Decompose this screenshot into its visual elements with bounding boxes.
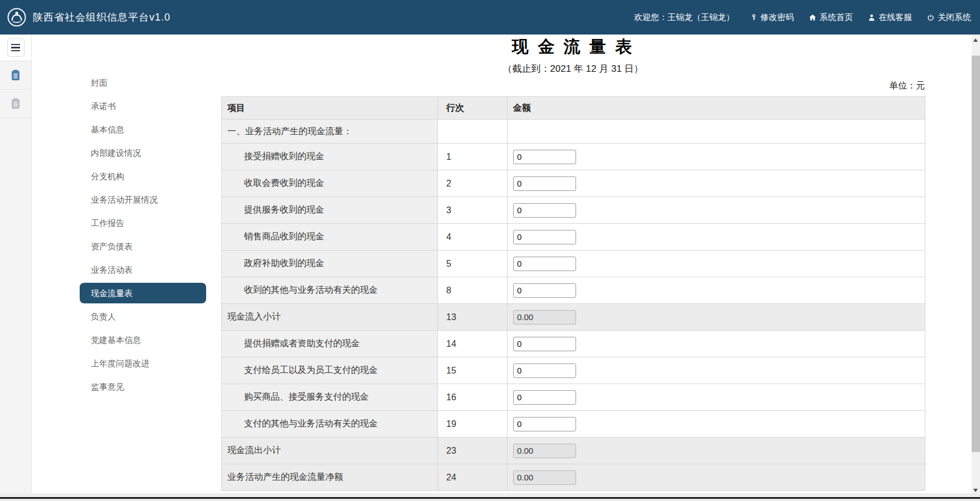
amount-input[interactable] <box>513 417 576 431</box>
line-number-cell: 16 <box>438 384 508 411</box>
item-cell: 支付的其他与业务活动有关的现金 <box>222 411 438 438</box>
amount-input-readonly <box>513 310 576 325</box>
amount-cell <box>508 170 925 197</box>
table-row: 购买商品、接受服务支付的现金16 <box>222 384 925 411</box>
close-system-link[interactable]: 关闭系统 <box>927 12 971 23</box>
amount-cell <box>508 224 925 250</box>
icon-rail <box>0 35 32 493</box>
amount-input[interactable] <box>513 150 576 164</box>
amount-cell <box>508 144 925 170</box>
online-service-link[interactable]: 在线客服 <box>867 12 912 23</box>
line-number-cell: 23 <box>438 438 508 464</box>
cashflow-table-body: 一、业务活动产生的现金流量：接受捐赠收到的现金1收取会费收到的现金2提供服务收到… <box>222 120 925 491</box>
item-cell: 支付给员工以及为员工支付的现金 <box>222 357 438 384</box>
amount-input[interactable] <box>513 230 576 244</box>
item-cell: 购买商品、接受服务支付的现金 <box>222 384 438 411</box>
table-row: 销售商品收到的现金4 <box>222 224 925 250</box>
brand: 陕西省社会组织信息平台v1.0 <box>7 7 170 27</box>
table-row: 接受捐赠收到的现金1 <box>222 144 925 170</box>
line-number-cell: 2 <box>438 170 508 197</box>
amount-input[interactable] <box>513 176 576 191</box>
amount-input[interactable] <box>513 283 576 298</box>
sidebar-item-cover[interactable]: 封面 <box>80 72 206 93</box>
scroll-down-arrow[interactable] <box>973 489 978 492</box>
sidebar-item-work-report[interactable]: 工作报告 <box>80 213 206 233</box>
sidebar-item-party-building-info[interactable]: 党建基本信息 <box>80 330 206 350</box>
item-cell: 接受捐赠收到的现金 <box>222 144 438 170</box>
key-icon <box>750 13 758 22</box>
item-cell: 现金流入小计 <box>222 304 438 331</box>
report-date-subtitle: （截止到：2021 年 12 月 31 日） <box>221 62 925 75</box>
sidebar-item-basic-info[interactable]: 基本信息 <box>80 119 206 140</box>
table-row: 一、业务活动产生的现金流量： <box>222 120 925 144</box>
item-cell: 收到的其他与业务活动有关的现金 <box>222 277 438 304</box>
rail-report-tab[interactable] <box>0 90 31 118</box>
change-password-link[interactable]: 修改密码 <box>750 12 794 23</box>
vertical-scrollbar[interactable] <box>972 35 980 501</box>
sidebar-item-branch-organizations[interactable]: 分支机构 <box>80 166 206 186</box>
sidebar-item-cash-flow-statement[interactable]: 现金流量表 <box>80 283 206 303</box>
line-number-cell: 8 <box>438 277 508 304</box>
line-number-cell: 15 <box>438 357 508 384</box>
amount-cell <box>508 357 925 384</box>
collapse-menu-button[interactable] <box>7 38 25 57</box>
amount-input-readonly <box>513 470 576 485</box>
sidebar-item-supervisor-opinion[interactable]: 监事意见 <box>80 376 206 397</box>
item-cell: 政府补助收到的现金 <box>222 250 438 277</box>
amount-input-readonly <box>513 444 576 458</box>
amount-cell <box>508 120 925 144</box>
line-number-cell: 13 <box>438 304 508 331</box>
report-section-nav: 封面承诺书基本信息内部建设情况分支机构业务活动开展情况工作报告资产负债表业务活动… <box>32 35 221 400</box>
table-header-row: 项目 行次 金额 <box>222 97 925 120</box>
sidebar-item-business-activity-statement[interactable]: 业务活动表 <box>80 259 206 280</box>
sidebar-item-commitment-letter[interactable]: 承诺书 <box>80 96 206 116</box>
item-cell: 销售商品收到的现金 <box>222 224 438 250</box>
table-row: 收取会费收到的现金2 <box>222 170 925 197</box>
amount-input[interactable] <box>513 257 576 271</box>
table-row: 支付给员工以及为员工支付的现金15 <box>222 357 925 384</box>
amount-input[interactable] <box>513 390 576 405</box>
amount-cell <box>508 250 925 277</box>
user-icon <box>867 13 876 22</box>
sidebar-item-balance-sheet[interactable]: 资产负债表 <box>80 236 206 257</box>
sidebar-item-previous-year-improvement[interactable]: 上年度问题改进 <box>80 353 206 374</box>
amount-cell <box>508 304 925 331</box>
line-number-cell <box>438 120 508 144</box>
clipboard-icon-gray <box>9 97 22 110</box>
table-row: 政府补助收到的现金5 <box>222 250 925 277</box>
rail-toggle-cell <box>0 35 31 61</box>
line-number-cell: 3 <box>438 197 508 224</box>
amount-input[interactable] <box>513 337 576 351</box>
amount-cell <box>508 197 925 224</box>
table-row: 业务活动产生的现金流量净额24 <box>222 464 925 491</box>
page-title: 现 金 流 量 表 <box>221 36 925 58</box>
menu-icon <box>11 44 20 46</box>
unit-label: 单位：元 <box>221 80 925 92</box>
app-title: 陕西省社会组织信息平台v1.0 <box>33 11 170 24</box>
table-row: 现金流出小计23 <box>222 438 925 464</box>
system-home-link[interactable]: 系统首页 <box>808 12 853 23</box>
item-cell: 收取会费收到的现金 <box>222 170 438 197</box>
amount-cell <box>508 384 925 411</box>
item-cell: 提供捐赠或者资助支付的现金 <box>222 331 438 357</box>
column-header-amount: 金额 <box>508 97 925 120</box>
window-bottom-edge <box>0 493 980 501</box>
line-number-cell: 1 <box>438 144 508 170</box>
sidebar-item-responsible-person[interactable]: 负责人 <box>80 306 206 327</box>
amount-input[interactable] <box>513 203 576 218</box>
scrollbar-thumb[interactable] <box>972 56 980 452</box>
sidebar-item-business-activity-status[interactable]: 业务活动开展情况 <box>80 189 206 210</box>
sidebar-item-internal-construction[interactable]: 内部建设情况 <box>80 143 206 163</box>
browser-viewport: 陕西省社会组织信息平台v1.0 欢迎您：王锦龙（王锦龙） 修改密码 系统首页 <box>0 0 980 501</box>
amount-cell <box>508 277 925 304</box>
amount-cell <box>508 438 925 464</box>
top-bar: 陕西省社会组织信息平台v1.0 欢迎您：王锦龙（王锦龙） 修改密码 系统首页 <box>0 0 980 35</box>
column-header-line: 行次 <box>438 97 508 120</box>
scroll-up-arrow[interactable] <box>973 38 978 42</box>
table-row: 提供服务收到的现金3 <box>222 197 925 224</box>
amount-input[interactable] <box>513 364 576 378</box>
amount-cell <box>508 411 925 438</box>
table-row: 现金流入小计13 <box>222 304 925 331</box>
line-number-cell: 4 <box>438 224 508 250</box>
rail-report-tab-active[interactable] <box>0 61 31 90</box>
